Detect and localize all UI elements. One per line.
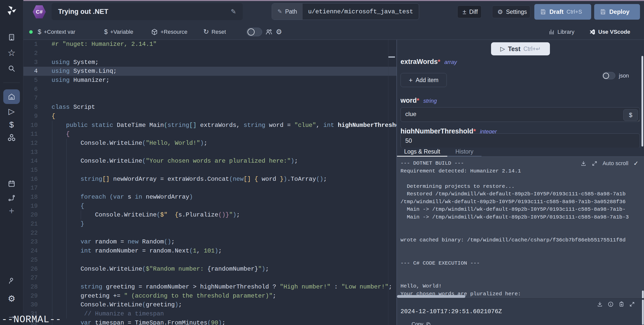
line-number: 1 — [23, 41, 38, 48]
line-number: 24 — [23, 247, 38, 254]
code-line[interactable]: 6 — [23, 85, 396, 94]
draft-button[interactable]: Draft Ctrl+S — [534, 4, 591, 20]
panel-divider[interactable] — [396, 40, 397, 325]
logs-pane[interactable]: Auto scroll ✓ --- DOTNET BUILD --- Requi… — [397, 157, 644, 298]
test-run-button[interactable]: ▷ Test Ctrl+↵ — [491, 42, 550, 55]
add-item-button[interactable]: + Add item — [400, 73, 447, 87]
code-line[interactable]: 8class Script — [23, 103, 396, 112]
add-context-var-button[interactable]: $ +Context var — [38, 24, 75, 40]
diff-button[interactable]: ± Diff — [457, 6, 481, 18]
library-button[interactable]: Library — [548, 24, 574, 40]
code-line[interactable]: 18 foreach (var s in newWordArray) — [23, 193, 396, 202]
multiplayer-icon[interactable] — [265, 24, 273, 40]
json-toggle-label: json — [619, 73, 629, 79]
code-line[interactable]: 21 } — [23, 220, 396, 229]
arg-name: extraWords — [400, 58, 438, 65]
sidebar-item-variables[interactable]: $ — [0, 119, 23, 130]
code-line[interactable]: 32 var timespan = TimeSpan.FromMinutes(9… — [23, 318, 396, 325]
result-pane[interactable]: 2024-12-10T17:29:51.6021076Z Copy — [397, 298, 644, 325]
code-line[interactable]: 25 — [23, 256, 396, 265]
sidebar-item-workspace[interactable] — [0, 32, 23, 43]
editor-settings-gear-icon[interactable]: ⚙ — [276, 24, 282, 40]
settings-button[interactable]: ⚙ Settings — [492, 6, 530, 18]
sidebar-item-search[interactable] — [0, 63, 23, 74]
deploy-button[interactable]: Deploy — [594, 4, 640, 20]
code-line[interactable]: 2 — [23, 49, 396, 58]
code-line[interactable]: 17 — [23, 184, 396, 193]
code-editor[interactable]: 1#r "nuget: Humanizer, 2.14.1"23using Sy… — [23, 40, 396, 325]
code-line[interactable]: 28 string greeting = randomNumber > high… — [23, 282, 396, 292]
threshold-input[interactable] — [400, 133, 640, 148]
download-icon[interactable] — [597, 301, 603, 307]
code-line[interactable]: 20 Console.WriteLine($" {s.Pluralize()}"… — [23, 210, 396, 220]
result-toolbar — [597, 301, 635, 307]
script-path[interactable]: ✎ Path u/etienne/microsoft_java_test — [272, 3, 419, 20]
clipboard-icon[interactable] — [618, 301, 625, 307]
json-toggle[interactable]: json — [602, 72, 629, 79]
code-line[interactable]: 12 Console.WriteLine("Hello, World!"); — [23, 139, 396, 148]
use-vscode-button[interactable]: Use VScode — [589, 24, 630, 40]
code-line[interactable]: 7 — [23, 94, 396, 103]
required-asterisk: * — [417, 97, 419, 104]
code-line[interactable]: 11 { — [23, 130, 396, 139]
code-line[interactable]: 29 greeting += " (according to the thres… — [23, 291, 396, 300]
script-title: Trying out .NET — [58, 8, 108, 16]
tab-logs-result[interactable]: Logs & Result — [397, 148, 447, 156]
code-text: class Script — [38, 104, 95, 111]
edit-title-pencil-icon[interactable]: ✎ — [231, 8, 236, 15]
sidebar-item-home[interactable] — [0, 91, 23, 102]
code-line[interactable]: 22 — [23, 228, 396, 237]
code-line[interactable]: 4using System.Linq; — [23, 67, 396, 76]
code-text: greeting += " (according to the threshol… — [38, 293, 276, 299]
sidebar-item-settings[interactable]: ⚙ — [0, 293, 23, 304]
add-resource-button[interactable]: +Resource — [151, 24, 187, 40]
code-line[interactable]: 24 int randomNumber = random.Next(1, 101… — [23, 246, 396, 256]
info-icon[interactable] — [608, 301, 614, 307]
add-context-var-label: +Context var — [44, 29, 75, 35]
code-text: var random = new Random(); — [38, 238, 175, 245]
reset-button[interactable]: ↻ Reset — [203, 24, 226, 40]
code-line[interactable]: 27 — [23, 273, 396, 282]
sidebar-item-add[interactable]: + — [0, 205, 23, 216]
sidebar-item-account[interactable] — [0, 275, 23, 286]
code-line[interactable]: 15 — [23, 166, 396, 175]
code-line[interactable]: 23 var random = new Random(); — [23, 237, 396, 246]
code-line[interactable]: 26 Console.WriteLine($"Random number: {r… — [23, 264, 396, 273]
word-input[interactable]: clue — [400, 107, 640, 122]
code-line[interactable]: 19 { — [23, 201, 396, 210]
code-line[interactable]: 3using System; — [23, 58, 396, 67]
code-line[interactable]: 10 public static DateTime Main(string[] … — [23, 121, 396, 130]
logs-scrollbar[interactable] — [642, 291, 644, 298]
script-title-input[interactable]: Trying out .NET ✎ — [52, 3, 243, 20]
overview-ruler-cursor-mark — [388, 56, 395, 58]
code-line[interactable]: 13 — [23, 148, 396, 157]
code-text: using Humanizer; — [38, 77, 109, 84]
result-scrollbar[interactable] — [642, 300, 644, 325]
code-line[interactable]: 14 Console.WriteLine("Your chosen words … — [23, 157, 396, 166]
code-line[interactable]: 9{ — [23, 112, 396, 121]
library-bars-icon — [548, 29, 555, 35]
expand-icon[interactable] — [629, 301, 635, 307]
tab-history[interactable]: History — [447, 148, 481, 156]
required-asterisk: * — [438, 58, 440, 65]
check-icon[interactable]: ✓ — [633, 160, 638, 166]
logs-horizontal-scrollbar[interactable] — [397, 295, 465, 298]
add-variable-button[interactable]: $ +Variable — [104, 24, 133, 40]
code-line[interactable]: 30 Console.WriteLine(greeting); — [23, 300, 396, 309]
code-line[interactable]: 1#r "nuget: Humanizer, 2.14.1" — [23, 40, 396, 49]
code-line[interactable]: 16 string[] newWordArray = extraWords.Co… — [23, 174, 396, 184]
insert-variable-dollar-button[interactable]: $ — [623, 109, 638, 121]
sidebar-item-resources[interactable] — [0, 132, 23, 143]
windmill-logo-icon[interactable] — [0, 5, 23, 17]
code-line[interactable]: 5using Humanizer; — [23, 76, 396, 85]
sidebar-item-runs[interactable]: ▷ — [0, 106, 23, 117]
sidebar-item-favorites[interactable]: ☆ — [0, 47, 23, 58]
args-scrollbar[interactable] — [641, 56, 643, 147]
copy-result-button[interactable]: Copy — [412, 321, 431, 325]
code-line[interactable]: 31 // Humanize a timespan — [23, 309, 396, 318]
gear-icon: ⚙ — [497, 9, 503, 15]
assistant-toggle[interactable] — [247, 24, 262, 40]
sidebar-item-schedules[interactable] — [0, 178, 23, 189]
sidebar-item-flows[interactable] — [0, 193, 23, 204]
code-text: foreach (var s in newWordArray) — [38, 194, 193, 200]
